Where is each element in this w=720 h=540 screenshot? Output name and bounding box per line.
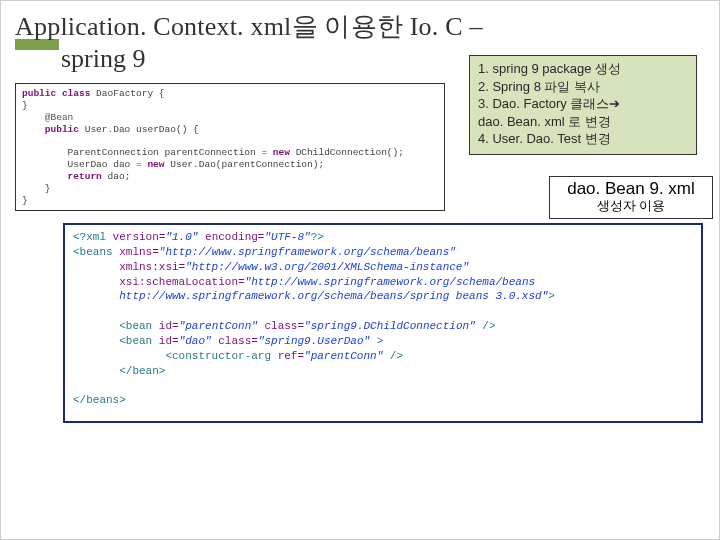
x: /> <box>383 350 403 362</box>
x: "dao" <box>179 335 212 347</box>
t: User.Dao(parentConnection); <box>165 159 325 170</box>
file-label-sub: 생성자 이용 <box>556 199 706 213</box>
t: } <box>22 100 28 111</box>
java-code-box: public class DaoFactory { } @Bean public… <box>15 83 445 211</box>
x: "spring9.DChildConnection" <box>304 320 476 332</box>
kw: public <box>22 124 79 135</box>
step-1: 1. spring 9 package 생성 <box>478 60 688 78</box>
file-label-box: dao. Bean 9. xml 생성자 이용 <box>549 176 713 219</box>
x: <beans <box>73 246 119 258</box>
t: } <box>22 183 51 194</box>
x: > <box>370 335 383 347</box>
x: "http://www.springframework.org/schema/b… <box>159 246 456 258</box>
x: <constructor-arg <box>73 350 278 362</box>
x: /> <box>476 320 496 332</box>
kw: new <box>147 159 164 170</box>
x: xmlns:xsi= <box>73 261 185 273</box>
t: UserDao dao = <box>22 159 147 170</box>
kw: public class <box>22 88 90 99</box>
x: version= <box>113 231 166 243</box>
step-4: 4. User. Dao. Test 변경 <box>478 130 688 148</box>
title-line-1: Application. Context. xml을 이용한 Io. C – <box>15 9 705 44</box>
kw: new <box>273 147 290 158</box>
step-2: 2. Spring 8 파일 복사 <box>478 78 688 96</box>
x: "UTF-8" <box>264 231 310 243</box>
t: DChildConnection(); <box>290 147 404 158</box>
xml-code-box: <?xml version="1.0" encoding="UTF-8"?> <… <box>63 223 703 423</box>
x: ?> <box>311 231 324 243</box>
x: "http://www.springframework.org/schema/b… <box>245 276 535 288</box>
x: id= <box>159 320 179 332</box>
t: ParentConnection parentConnection = <box>22 147 273 158</box>
x: http://www.springframework.org/schema/be… <box>73 290 548 302</box>
t: DaoFactory { <box>90 88 164 99</box>
x: "1.0" <box>165 231 198 243</box>
x: "spring9.UserDao" <box>258 335 370 347</box>
t: } <box>22 195 28 206</box>
slide: Application. Context. xml을 이용한 Io. C – s… <box>0 0 720 540</box>
x: ref= <box>278 350 304 362</box>
x: <bean <box>73 335 159 347</box>
x: id= <box>159 335 179 347</box>
x: "parentConn" <box>304 350 383 362</box>
java-code: public class DaoFactory { } @Bean public… <box>16 84 444 211</box>
steps-box: 1. spring 9 package 생성 2. Spring 8 파일 복사… <box>469 55 697 155</box>
x: > <box>548 290 555 302</box>
t: User.Dao userDao() { <box>79 124 199 135</box>
x: <?xml <box>73 231 113 243</box>
x: "http://www.w3.org/2001/XMLSchema-instan… <box>185 261 469 273</box>
file-label-main: dao. Bean 9. xml <box>567 179 695 198</box>
x: xmlns= <box>119 246 159 258</box>
x: class= <box>212 335 258 347</box>
t: @Bean <box>22 112 73 123</box>
xml-code: <?xml version="1.0" encoding="UTF-8"?> <… <box>65 225 701 413</box>
x: xsi:schemaLocation= <box>73 276 245 288</box>
t: dao; <box>102 171 131 182</box>
x: encoding= <box>198 231 264 243</box>
kw: return <box>22 171 102 182</box>
step-3b: dao. Bean. xml 로 변경 <box>478 113 688 131</box>
step-3: 3. Dao. Factory 클래스➔ <box>478 95 688 113</box>
x: class= <box>258 320 304 332</box>
x: <bean <box>73 320 159 332</box>
x: </beans> <box>73 394 126 406</box>
x: "parentConn" <box>179 320 258 332</box>
x: </bean> <box>73 365 165 377</box>
